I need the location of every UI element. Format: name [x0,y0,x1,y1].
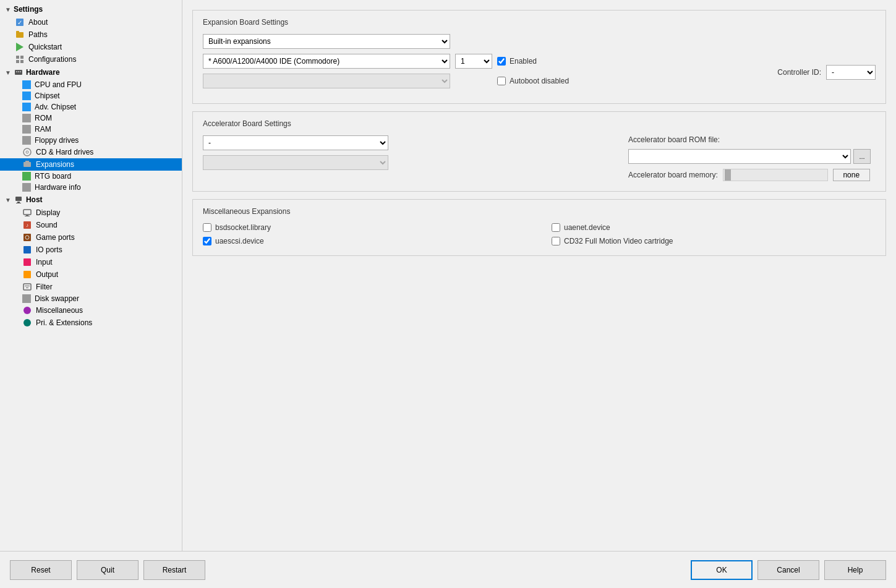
memory-row: Accelerator board memory: none [628,169,876,181]
rom-label: ROM [35,114,52,122]
host-expand-icon: ▼ [5,197,11,203]
svg-rect-6 [16,60,19,63]
sidebar-group-host[interactable]: ▼ Host [0,193,182,207]
svg-rect-27 [23,258,31,266]
floppy-icon [22,136,31,145]
sidebar-item-configurations[interactable]: Configurations [0,53,182,66]
device-dropdown[interactable]: * A600/A1200/A4000 IDE (Commodore) [203,54,450,69]
controller-id-label: Controller ID: [777,68,821,77]
autoboot-checkbox[interactable] [497,77,506,85]
rom-file-label-row: Accelerator board ROM file: [628,135,876,144]
slot-dropdown[interactable]: 1 [455,54,492,69]
sidebar-item-quickstart[interactable]: Quickstart [0,41,182,53]
misc-item-cd32fmv: CD32 Full Motion Video cartridge [552,237,876,245]
sidebar-item-adv-chipset[interactable]: Adv. Chipset [0,101,182,113]
sidebar-item-cd-hard[interactable]: CD & Hard drives [0,146,182,158]
misc-icon [22,305,32,315]
svg-rect-17 [17,202,20,203]
slider-thumb [725,169,731,181]
sidebar-item-pri-ext[interactable]: Pri. & Extensions [0,317,182,329]
configurations-icon [15,54,25,64]
chipset-icon [22,92,31,100]
accelerator-right: Accelerator board ROM file: ... Accelera… [616,135,876,181]
sidebar-item-display[interactable]: Display [0,207,182,219]
paths-icon [15,30,25,40]
output-icon [22,270,32,279]
cancel-button[interactable]: Cancel [757,560,819,580]
browse-button[interactable]: ... [853,149,871,164]
settings-label: Settings [14,5,43,14]
reset-button[interactable]: Reset [10,560,72,580]
sidebar-item-miscellaneous[interactable]: Miscellaneous [0,304,182,317]
svg-text:♪: ♪ [26,223,28,228]
sidebar-item-floppy[interactable]: Floppy drives [0,135,182,146]
sidebar-item-input[interactable]: Input [0,256,182,268]
content-area: Expansion Board Settings Built-in expans… [182,0,896,551]
ram-icon [22,125,31,134]
sidebar-item-rom[interactable]: ROM [0,113,182,124]
sidebar-item-rtg[interactable]: RTG board [0,171,182,182]
sidebar-item-output[interactable]: Output [0,268,182,281]
misc-expansions-section: Miscellaneous Expansions bsdsocket.libra… [192,199,886,256]
memory-slider[interactable] [723,169,828,181]
sidebar-item-ram[interactable]: RAM [0,124,182,135]
help-button[interactable]: Help [824,560,886,580]
expansion-board-title: Expansion Board Settings [203,18,876,27]
display-icon [22,208,32,218]
paths-label: Paths [28,30,48,39]
sidebar: ▼ Settings ✓ About Paths Quickstart [0,0,182,551]
expansions-icon [22,160,32,169]
svg-rect-11 [20,71,21,72]
cd-hard-label: CD & Hard drives [36,148,93,156]
accel-board-dropdown[interactable]: - [203,135,388,150]
rom-file-dropdown[interactable] [628,149,851,164]
diskswapper-icon [22,294,31,303]
sidebar-group-hardware[interactable]: ▼ Hardware [0,66,182,79]
expansion-right: Controller ID: - [616,34,876,80]
quit-button[interactable]: Quit [77,560,139,580]
enabled-label: Enabled [510,57,537,66]
misc-item-uaenet: uaenet.device [552,223,876,232]
sidebar-item-filter[interactable]: Filter [0,281,182,293]
sidebar-item-paths[interactable]: Paths [0,28,182,41]
bsdsocket-checkbox[interactable] [203,223,211,232]
sidebar-item-hwinfo[interactable]: Hardware info [0,182,182,193]
sidebar-item-cpu[interactable]: CPU and FPU [0,79,182,90]
uaescsi-checkbox[interactable] [203,237,211,245]
expansions-label: Expansions [36,160,74,169]
quickstart-icon [15,42,25,52]
misc-item-bsdsocket: bsdsocket.library [203,223,527,232]
output-label: Output [36,270,58,279]
hwinfo-label: Hardware info [35,183,81,192]
cd32fmv-checkbox[interactable] [552,237,560,245]
svg-rect-31 [26,288,28,288]
host-icon [14,195,23,205]
enabled-checkbox[interactable] [497,57,506,66]
sidebar-item-about[interactable]: ✓ About [0,16,182,28]
sidebar-item-gameports[interactable]: Game ports [0,231,182,244]
cpu-label: CPU and FPU [35,80,82,89]
sidebar-item-ioports[interactable]: IO ports [0,244,182,256]
tree-expand-icon: ▼ [5,6,11,13]
sidebar-item-expansions[interactable]: Expansions [0,158,182,171]
uaenet-checkbox[interactable] [552,223,560,232]
autoboot-label: Autoboot disabled [510,77,569,85]
third-dropdown[interactable] [203,74,450,88]
sidebar-item-sound[interactable]: ♪ Sound [0,219,182,231]
builtin-row: Built-in expansions [203,34,616,49]
sound-icon: ♪ [22,220,32,230]
accel-second-dropdown[interactable] [203,155,388,170]
ioports-label: IO ports [36,245,62,254]
restart-button[interactable]: Restart [143,560,205,580]
builtin-dropdown[interactable]: Built-in expansions [203,34,450,49]
diskswapper-label: Disk swapper [35,294,79,303]
svg-rect-30 [25,286,30,286]
cpu-icon [22,80,31,89]
enabled-row: Enabled [497,57,537,66]
quickstart-label: Quickstart [28,43,62,51]
sidebar-item-diskswapper[interactable]: Disk swapper [0,293,182,304]
ok-button[interactable]: OK [691,560,753,580]
sound-label: Sound [36,221,58,229]
sidebar-item-chipset[interactable]: Chipset [0,90,182,101]
controller-id-dropdown[interactable]: - [826,65,876,80]
